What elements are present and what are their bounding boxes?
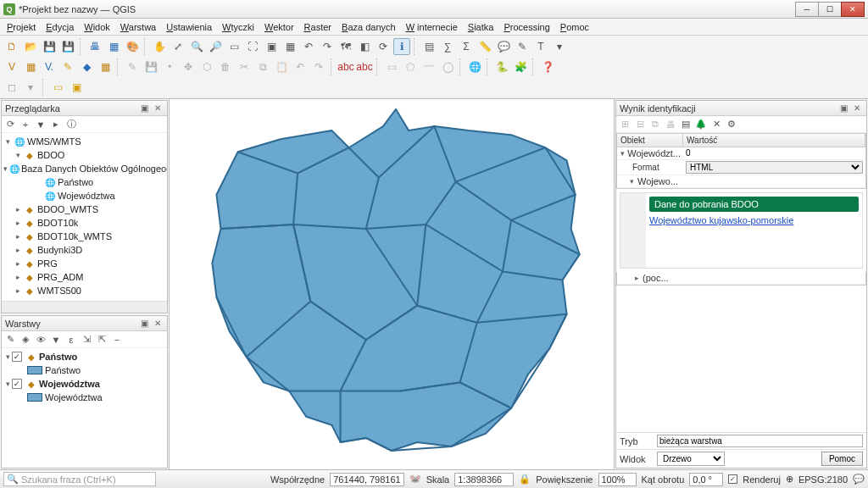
identify-help-button[interactable]: Pomoc [821,452,863,466]
menu-processing[interactable]: Processing [498,20,554,34]
browser-node[interactable]: ▾◆BDOO [3,148,165,162]
style-manager-icon[interactable]: 🎨 [124,38,141,55]
identify-copy-icon[interactable]: ⧉ [648,118,662,131]
add-point-icon[interactable]: • [161,58,178,75]
select-radius-icon[interactable]: ◯ [439,58,456,75]
identify-settings-icon[interactable]: ⚙ [725,118,738,131]
coord-icon[interactable]: 🐭 [409,474,421,485]
render-checkbox[interactable]: ✓ [728,474,737,484]
browser-close-icon[interactable]: ✕ [152,103,164,114]
browser-undock-icon[interactable]: ▣ [138,103,150,114]
layers-tree[interactable]: ▾✓◆PaństwoPaństwo▾✓◆WojewództwaWojewództ… [2,348,167,468]
cut-icon[interactable]: ✂ [236,58,253,75]
toggle-edit-icon[interactable]: ✎ [124,58,141,75]
crs-icon[interactable]: ⊕ [786,474,793,485]
mag-value[interactable]: 100% [598,473,637,486]
stats-icon[interactable]: Σ [458,38,475,55]
globe-plugin-icon[interactable]: 🌐 [466,58,483,75]
scale-value[interactable]: 1:3898366 [454,473,514,486]
add-mesh-icon[interactable]: V. [41,58,58,75]
identify-undock-icon[interactable]: ▣ [837,103,849,114]
close-button[interactable]: ✕ [841,2,865,17]
messages-icon[interactable]: 💬 [853,474,865,485]
identify-mode-input[interactable] [657,435,863,447]
layers-add-group-icon[interactable]: ◈ [19,333,32,347]
map-tips-icon[interactable]: 💬 [495,38,512,55]
new-3d-view-icon[interactable]: ◧ [356,38,373,55]
select-features-icon[interactable]: ▭ [49,79,66,96]
print-layout-icon[interactable]: 🖶 [86,38,103,55]
menu-ustawienia[interactable]: Ustawienia [161,20,217,34]
snap-icon[interactable]: ◻ [3,79,20,96]
more-icon[interactable]: ▾ [551,38,568,55]
layers-expression-icon[interactable]: ε [64,333,78,347]
identify-collapse-icon[interactable]: ⊟ [633,118,647,131]
save-edits-icon[interactable]: 💾 [142,58,159,75]
python-icon[interactable]: 🐍 [493,58,510,75]
browser-add-icon[interactable]: + [19,118,32,131]
node-tool-icon[interactable]: ⬡ [198,58,215,75]
identify-row2-tw[interactable]: ▾ [627,177,636,186]
label-red2-icon[interactable]: abc [356,58,373,75]
zoom-out-icon[interactable]: 🔎 [207,38,224,55]
text-annotation-icon[interactable]: T [532,38,549,55]
menu-projekt[interactable]: Projekt [2,20,41,34]
refresh-icon[interactable]: ⟳ [375,38,392,55]
browser-node[interactable]: 🌐Województwa [3,189,165,202]
pan-icon[interactable]: ✋ [151,38,168,55]
menu-internecie[interactable]: W internecie [401,20,463,34]
menu-edycja[interactable]: Edycja [41,20,79,34]
menu-warstwa[interactable]: Warstwa [115,20,161,34]
browser-node[interactable]: ▸◆BDOT10k_WMTS [3,230,165,243]
layers-expand-icon[interactable]: ⇲ [80,333,93,347]
zoom-in-icon[interactable]: 🔍 [188,38,205,55]
menu-wtyczki[interactable]: Wtyczki [217,20,259,34]
new-project-icon[interactable]: 🗋 [3,38,20,55]
delete-selected-icon[interactable]: 🗑 [217,58,234,75]
identify-icon[interactable]: ℹ [393,38,410,55]
layer-item[interactable]: Województwa [3,391,165,404]
browser-node[interactable]: 🌐Państwo [3,175,165,189]
select-by-value-icon[interactable]: ▣ [68,79,85,96]
move-feature-icon[interactable]: ✥ [180,58,197,75]
lock-icon[interactable]: 🔒 [519,474,531,485]
menu-wektor[interactable]: Wektor [259,20,299,34]
browser-node[interactable]: ▸◆BDOT10k [3,216,165,230]
paste-icon[interactable]: 📋 [273,58,290,75]
zoom-last-icon[interactable]: ↶ [300,38,317,55]
browser-node[interactable]: ▾🌐WMS/WMTS [3,135,165,148]
identify-row0-tw[interactable]: ▾ [620,149,626,158]
zoom-layer-icon[interactable]: ▦ [281,38,298,55]
add-vector-icon[interactable]: V [3,58,20,75]
menu-baza-danych[interactable]: Baza danych [337,20,401,34]
open-project-icon[interactable]: 📂 [22,38,39,55]
menu-pomoc[interactable]: Pomoc [555,20,594,34]
browser-node[interactable]: ▸◆BDOO_WMTS [3,202,165,216]
layers-filter-icon[interactable]: ▼ [49,333,63,347]
layout-manager-icon[interactable]: ▦ [105,38,122,55]
identify-clear-icon[interactable]: ✕ [709,118,723,131]
voivodeship-link[interactable]: Województwo kujawsko-pomorskie [649,215,793,225]
menu-widok[interactable]: Widok [79,20,115,34]
map-canvas[interactable] [170,99,614,469]
edit-pencil-icon[interactable]: ✎ [59,58,76,75]
browser-collapse-icon[interactable]: ▸ [49,118,63,131]
coord-value[interactable]: 761440, 798161 [330,473,404,486]
identify-close-icon[interactable]: ✕ [851,103,863,114]
browser-tree[interactable]: ▾🌐WMS/WMTS▾◆BDOO▾🌐Baza Danych Obiektów O… [2,133,167,301]
measure-icon[interactable]: 📏 [476,38,493,55]
zoom-selection-icon[interactable]: ▣ [263,38,280,55]
save-as-icon[interactable]: 💾 [59,38,76,55]
layers-undock-icon[interactable]: ▣ [138,318,150,330]
identify-extra-tw[interactable]: ▸ [632,274,641,282]
redo-icon[interactable]: ↷ [310,58,327,75]
browser-node[interactable]: ▸◆PRG [3,257,165,270]
plugin-manager-icon[interactable]: 🧩 [512,58,529,75]
new-map-view-icon[interactable]: 🗺 [337,38,354,55]
browser-hscroll[interactable] [2,301,167,313]
browser-node[interactable]: ▸◆Budynki3D [3,243,165,257]
browser-refresh-icon[interactable]: ⟳ [3,118,17,131]
add-feature-icon[interactable]: ◆ [78,58,95,75]
copy-icon[interactable]: ⧉ [254,58,271,75]
crs-value[interactable]: EPSG:2180 [798,474,848,485]
